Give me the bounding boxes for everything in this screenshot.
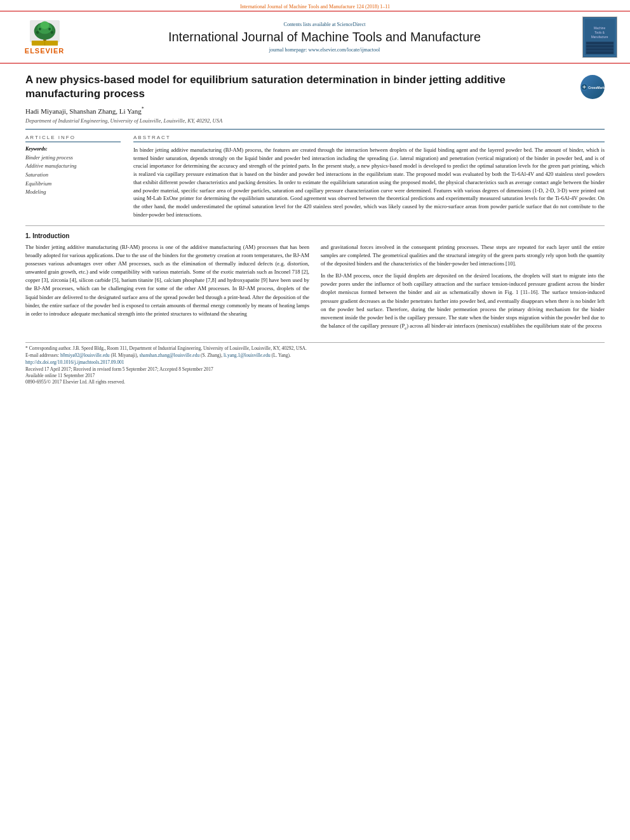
svg-point-8: [48, 27, 51, 30]
journal-homepage[interactable]: journal homepage: www.elsevier.com/locat…: [76, 47, 573, 53]
svg-point-4: [40, 21, 49, 29]
keyword-2: Additive manufacturing: [25, 162, 121, 171]
footnote-corresponding: * Corresponding author. J.B. Speed Bldg.…: [25, 345, 605, 351]
body-two-col: The binder jetting additive manufacturin…: [25, 243, 605, 336]
journal-cover-image: Machine Tools & Manufacture: [582, 17, 617, 58]
copyright: 0890-6955/© 2017 Elsevier Ltd. All right…: [25, 379, 605, 385]
svg-point-6: [50, 30, 53, 34]
abstract-col: ABSTRACT In binder jetting additive manu…: [133, 135, 605, 219]
elsevier-logo-container: ELSEVIER: [13, 20, 76, 55]
elsevier-brand-text: ELSEVIER: [25, 47, 64, 55]
elsevier-logo: ELSEVIER: [13, 20, 76, 55]
abstract-text: In binder jetting additive manufacturing…: [133, 146, 605, 219]
body-col2-para2: In the BJ-AM process, once the liquid dr…: [321, 272, 605, 332]
received-dates: Received 17 April 2017; Received in revi…: [25, 366, 605, 372]
abstract-label: ABSTRACT: [133, 135, 605, 142]
body-col1-para1: The binder jetting additive manufacturin…: [25, 243, 309, 319]
keywords-label: Keywords:: [25, 146, 121, 152]
sciencedirect-link[interactable]: Contents lists available at ScienceDirec…: [76, 22, 573, 27]
footer-divider: [25, 342, 605, 343]
svg-text:Tools &: Tools &: [594, 31, 605, 34]
crossmark-badge[interactable]: CrossMark: [580, 75, 605, 99]
svg-point-5: [36, 30, 39, 34]
journal-header: ELSEVIER Contents lists available at Sci…: [0, 11, 630, 63]
body-col-right: and gravitational forces involved in the…: [321, 243, 605, 336]
section1-title: 1. Introduction: [25, 232, 605, 239]
article-content: A new physics-based model for equilibriu…: [0, 63, 630, 394]
affiliation: Department of Industrial Engineering, Un…: [25, 117, 605, 124]
doi-link[interactable]: http://dx.doi.org/10.1016/j.ijmachtools.…: [25, 359, 605, 365]
article-title-section: A new physics-based model for equilibriu…: [25, 73, 605, 101]
body-col2-para1: and gravitational forces involved in the…: [321, 243, 605, 269]
journal-cover: Machine Tools & Manufacture: [573, 17, 617, 58]
available-online: Available online 11 September 2017: [25, 373, 605, 378]
keyword-1: Binder jetting process: [25, 154, 121, 163]
keyword-5: Modeling: [25, 188, 121, 197]
svg-text:Manufacture: Manufacture: [591, 36, 608, 39]
crossmark-container[interactable]: CrossMark: [576, 73, 605, 99]
body-divider: [25, 225, 605, 226]
journal-title: International Journal of Machine Tools a…: [76, 30, 573, 44]
article-divider: [25, 129, 605, 130]
article-info-label: ARTICLE INFO: [25, 135, 121, 142]
footnote-emails: E-mail addresses: h0miya02@louisville.ed…: [25, 352, 605, 358]
article-info-abstract: ARTICLE INFO Keywords: Binder jetting pr…: [25, 135, 605, 219]
keyword-4: Equilibrium: [25, 180, 121, 189]
svg-point-7: [38, 27, 41, 30]
journal-header-center: Contents lists available at ScienceDirec…: [76, 22, 573, 53]
keywords-list: Binder jetting process Additive manufact…: [25, 154, 121, 197]
svg-text:Machine: Machine: [594, 27, 605, 30]
page: International Journal of Machine Tools a…: [0, 0, 630, 840]
keyword-3: Saturation: [25, 171, 121, 180]
top-journal-link[interactable]: International Journal of Machine Tools a…: [0, 0, 630, 11]
body-col-left: The binder jetting additive manufacturin…: [25, 243, 309, 336]
article-title: A new physics-based model for equilibriu…: [25, 73, 576, 101]
authors: Hadi Miyanaji, Shanshan Zhang, Li Yang*: [25, 106, 605, 115]
elsevier-tree-icon: [27, 20, 62, 47]
article-info-col: ARTICLE INFO Keywords: Binder jetting pr…: [25, 135, 121, 219]
crossmark-text: CrossMark: [588, 86, 605, 90]
